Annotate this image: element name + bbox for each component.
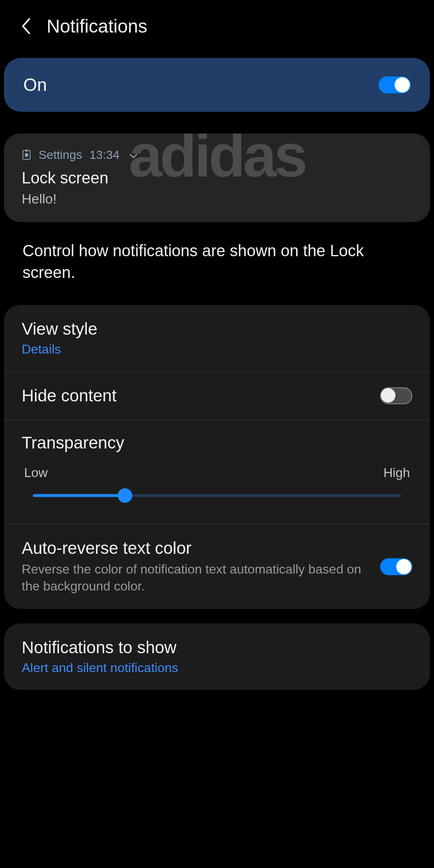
preview-body: Hello! — [22, 191, 412, 207]
transparency-title: Transparency — [22, 433, 412, 453]
preview-title: Lock screen — [22, 169, 412, 187]
transparency-high-label: High — [383, 465, 410, 480]
notifications-to-show-row[interactable]: Notifications to show Alert and silent n… — [4, 623, 430, 690]
settings-app-icon — [22, 150, 31, 160]
view-style-value: Details — [22, 342, 412, 357]
auto-reverse-row[interactable]: Auto-reverse text color Reverse the colo… — [4, 524, 430, 609]
settings-group-2: Notifications to show Alert and silent n… — [4, 623, 430, 690]
master-toggle[interactable] — [379, 76, 411, 93]
view-style-title: View style — [22, 319, 412, 339]
back-icon[interactable] — [20, 20, 32, 32]
page-title: Notifications — [47, 15, 147, 37]
master-toggle-row[interactable]: On — [4, 58, 430, 112]
settings-group: View style Details Hide content Transpar… — [4, 305, 430, 609]
preview-app-name: Settings — [39, 148, 82, 162]
view-style-row[interactable]: View style Details — [4, 305, 430, 371]
auto-reverse-desc: Reverse the color of notification text a… — [22, 561, 372, 594]
svg-rect-2 — [25, 153, 28, 157]
hide-content-row[interactable]: Hide content — [4, 371, 430, 420]
svg-rect-1 — [25, 150, 28, 152]
master-toggle-label: On — [23, 75, 47, 95]
auto-reverse-title: Auto-reverse text color — [22, 539, 372, 558]
section-description: Control how notifications are shown on t… — [0, 222, 434, 296]
notifications-to-show-title: Notifications to show — [22, 638, 412, 657]
app-header: Notifications — [0, 0, 434, 53]
transparency-low-label: Low — [24, 465, 48, 480]
notification-preview[interactable]: adidas Settings 13:34 Lock screen Hello! — [4, 134, 430, 222]
hide-content-title: Hide content — [22, 386, 372, 405]
preview-time: 13:34 — [89, 148, 119, 162]
transparency-row: Transparency Low High — [4, 420, 430, 524]
chevron-down-icon[interactable] — [129, 148, 138, 162]
transparency-slider[interactable] — [33, 487, 401, 504]
hide-content-toggle[interactable] — [380, 387, 412, 404]
auto-reverse-toggle[interactable] — [380, 558, 412, 575]
notifications-to-show-value: Alert and silent notifications — [22, 660, 412, 675]
